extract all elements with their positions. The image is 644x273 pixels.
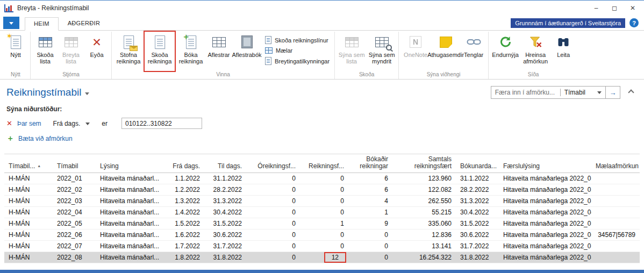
column-header[interactable]: Frá dags. [166, 154, 204, 173]
column-header[interactable]: Færslulýsing [499, 154, 591, 173]
table-row[interactable]: H-MÁN2022_04Hitaveita mánaðarl...1.4.202… [4, 207, 640, 218]
leita-button[interactable]: Leita [550, 32, 576, 65]
cell[interactable]: 2022_08 [53, 252, 96, 263]
cell[interactable]: H-MÁN [4, 207, 53, 218]
filter-scope-dropdown[interactable]: Tímabil [560, 89, 605, 96]
cell[interactable] [591, 252, 640, 263]
table-row[interactable]: H-MÁN2022_07Hitaveita mánaðarl...1.7.202… [4, 241, 640, 252]
syna-sem-myndrit-button[interactable]: Sýna sem myndrit [367, 32, 397, 66]
cell[interactable]: 30.4.2022 [204, 207, 246, 218]
cell[interactable]: 0 [348, 229, 392, 241]
cell[interactable]: 6 [348, 184, 392, 196]
nytt-button[interactable]: ✶ Nýtt [3, 32, 28, 65]
cell[interactable]: 0 [348, 241, 392, 252]
cell[interactable]: Hitaveita mánaðarlega 2022_04 [499, 207, 591, 218]
tab-heim[interactable]: HEIM [25, 17, 59, 31]
cell[interactable]: Hitaveita mánaðarl... [96, 229, 166, 241]
column-header[interactable]: Reikningsf... [300, 154, 348, 173]
cell[interactable]: Hitaveita mánaðarlega 2022_07 [499, 241, 591, 252]
cell[interactable]: 0 [246, 173, 300, 184]
boka-reikninga-button[interactable]: ＋ Bóka reikninga [176, 32, 206, 66]
cell[interactable]: 2022_05 [53, 218, 96, 229]
cell[interactable]: 30.4.2022 [456, 207, 499, 218]
maximize-icon[interactable]: ◻ [605, 2, 624, 15]
cell[interactable]: 13.141 [392, 241, 456, 252]
cell[interactable] [591, 173, 640, 184]
cell[interactable]: 1.7.2022 [166, 241, 204, 252]
column-header[interactable]: Lýsing [96, 154, 166, 173]
column-header[interactable]: Tímabil [53, 154, 96, 173]
column-header[interactable]: Bókaðir reikningar [348, 154, 392, 173]
onenote-button[interactable]: OneNote [400, 32, 431, 65]
maelar-button[interactable]: Mælar [265, 47, 330, 54]
cell[interactable]: 31.3.2022 [456, 196, 499, 207]
cell[interactable]: Hitaveita mánaðarlega 2022_01 [499, 173, 591, 184]
cell[interactable]: 31.1.2022 [456, 173, 499, 184]
apply-filter-arrow-button[interactable]: → [606, 86, 620, 99]
table-row[interactable]: H-MÁN2022_03Hitaveita mánaðarl...1.3.202… [4, 196, 640, 207]
cell[interactable]: Hitaveita mánaðarlega 2022_08 [499, 252, 591, 263]
table-row[interactable]: H-MÁN2022_05Hitaveita mánaðarl...1.5.202… [4, 218, 640, 229]
column-header[interactable]: Tímabil...▲ [4, 154, 53, 173]
cell[interactable]: Hitaveita mánaðarlega 2022_03 [499, 196, 591, 207]
cell[interactable]: 2022_07 [53, 241, 96, 252]
chevron-down-icon[interactable] [85, 92, 89, 97]
cell[interactable]: 28.2.2022 [456, 184, 499, 196]
cell[interactable]: 30.6.2022 [456, 229, 499, 241]
cell[interactable]: H-MÁN [4, 252, 53, 263]
cell[interactable]: Hitaveita mánaðarl... [96, 252, 166, 263]
cell[interactable]: 34567|56789 [591, 229, 640, 241]
cell[interactable]: 31.7.2022 [204, 241, 246, 252]
cell[interactable]: H-MÁN [4, 241, 53, 252]
cell[interactable] [591, 196, 640, 207]
add-filter-plus-icon[interactable]: ＋ [6, 134, 14, 143]
minimize-icon[interactable]: – [587, 2, 605, 15]
cell[interactable]: 2022_06 [53, 229, 96, 241]
syna-sem-lista-button[interactable]: Sýna sem lista [337, 32, 367, 66]
cell[interactable]: H-MÁN [4, 184, 53, 196]
cell[interactable]: 31.8.2022 [456, 252, 499, 263]
breyta-lista-button[interactable]: Breyta lista [58, 32, 84, 66]
cell[interactable]: Hitaveita mánaðarlega 2022_06 [499, 229, 591, 241]
cell[interactable]: 0 [246, 241, 300, 252]
aflestrar-button[interactable]: Aflestrar [206, 32, 232, 65]
cell[interactable]: Hitaveita mánaðarl... [96, 207, 166, 218]
skoda-reikninga-button[interactable]: Skoða reikninga [145, 32, 175, 66]
cell[interactable]: 6 [348, 173, 392, 184]
cell[interactable]: 12 [300, 252, 348, 263]
cell[interactable] [591, 184, 640, 196]
table-row[interactable]: H-MÁN2022_01Hitaveita mánaðarl...1.1.202… [4, 173, 640, 184]
column-header[interactable]: Til dags. [204, 154, 246, 173]
cell[interactable]: 2022_04 [53, 207, 96, 218]
skoda-lista-button[interactable]: Skoða lista [32, 32, 58, 66]
cell[interactable]: 1.2.2022 [166, 184, 204, 196]
cell[interactable]: 0 [246, 229, 300, 241]
cell[interactable]: 1 [300, 218, 348, 229]
cell[interactable] [591, 218, 640, 229]
column-header[interactable]: Samtals reikningsfært [392, 154, 456, 173]
table-row[interactable]: H-MÁN2022_02Hitaveita mánaðarl...1.2.202… [4, 184, 640, 196]
table-row[interactable]: H-MÁN2022_08Hitaveita mánaðarl...1.8.202… [4, 252, 640, 263]
column-header[interactable]: Óreikningsf... [246, 154, 300, 173]
table-row[interactable]: H-MÁN2022_06Hitaveita mánaðarl...1.6.202… [4, 229, 640, 241]
column-header[interactable]: Bókunarda... [456, 154, 499, 173]
cell[interactable]: 31.8.2022 [204, 252, 246, 263]
cell[interactable]: H-MÁN [4, 229, 53, 241]
cell[interactable]: 4 [348, 196, 392, 207]
filter-field-dropdown[interactable]: Frá dags. [53, 120, 90, 127]
collapse-ribbon-icon[interactable] [629, 90, 633, 95]
cell[interactable]: Hitaveita mánaðarl... [96, 218, 166, 229]
cell[interactable]: 0 [246, 218, 300, 229]
cell[interactable]: 9 [348, 218, 392, 229]
cell[interactable]: H-MÁN [4, 196, 53, 207]
cell[interactable]: 0 [300, 229, 348, 241]
cell[interactable]: 31.5.2022 [456, 218, 499, 229]
stofna-reikninga-button[interactable]: Stofna reikninga [113, 32, 144, 66]
application-menu-button[interactable] [3, 17, 19, 29]
cell[interactable] [591, 207, 640, 218]
cell[interactable]: 0 [246, 207, 300, 218]
cell[interactable]: 2022_03 [53, 196, 96, 207]
cell[interactable]: Hitaveita mánaðarlega 2022_02 [499, 184, 591, 196]
cell[interactable]: 30.6.2022 [204, 229, 246, 241]
cell[interactable]: 0 [300, 184, 348, 196]
